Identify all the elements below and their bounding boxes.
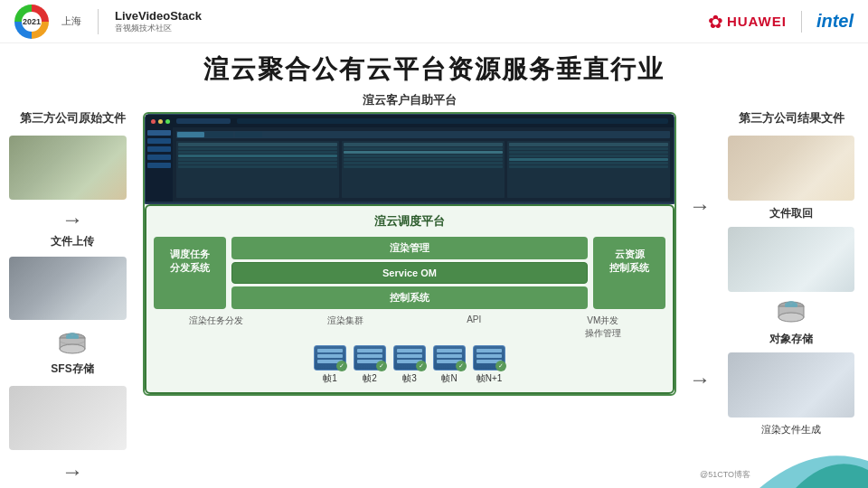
dash-sidebar-item-2	[147, 138, 171, 144]
frame-shield-N1: ✓	[495, 361, 506, 371]
huawei-text: HUAWEI	[727, 14, 787, 29]
orch-inner: 调度任务 分发系统 渲染管理 Service OM 控制系统 云资源 控制系统 …	[154, 237, 665, 385]
dash-tables	[176, 141, 670, 198]
dashboard-body	[146, 127, 674, 202]
dash-table-1	[176, 141, 339, 198]
header-right-divider	[801, 11, 802, 33]
left-image-2	[9, 257, 127, 321]
dash-dot-green	[165, 119, 170, 124]
orch-title: 渲云调度平台	[154, 213, 665, 230]
svg-point-9	[778, 313, 804, 322]
arrow-right-3-icon: →	[689, 193, 711, 219]
frame-bar-2b	[357, 354, 382, 358]
right-arrow-col: → →	[684, 92, 716, 484]
frame-shield-3: ✓	[416, 361, 427, 371]
svg-point-2	[60, 344, 85, 353]
dash-table-3	[507, 141, 670, 198]
dash-content-bar	[237, 118, 668, 124]
left-image-1	[9, 136, 127, 200]
frame-bar-1b	[317, 354, 343, 358]
right-column: 第三方公司结果文件 文件取回 对象存储 渲染文件生成	[723, 92, 859, 484]
frame-item-1: ✓ 帧1	[314, 345, 346, 385]
dispatch-sys-block: 调度任务 分发系统	[154, 237, 226, 309]
right-image-3	[728, 352, 854, 418]
dash-t2-header	[344, 143, 503, 146]
upload-label: 文件上传	[9, 234, 136, 249]
dash-t2-r3	[344, 155, 503, 157]
api-label: API	[411, 314, 537, 340]
arrow-right-2-area: →	[9, 459, 136, 484]
dash-main	[173, 127, 674, 202]
dash-t2-r2	[344, 151, 503, 154]
dash-row-4	[178, 158, 337, 161]
frame-bar-Na	[437, 349, 462, 352]
frame-item-N: ✓ 帧N	[433, 345, 466, 385]
header-left: 2021 上海 LiveVideoStack 音视频技术社区	[14, 5, 202, 39]
vm-ops-label: VM并发 操作管理	[541, 314, 666, 340]
task-dispatch-label: 渲染任务分发	[154, 314, 279, 340]
dash-row-5	[178, 162, 337, 164]
frame-icon-N1: ✓	[473, 345, 505, 371]
intel-logo: intel	[816, 11, 854, 32]
dash-row-header	[178, 143, 337, 146]
center-panel: 渲云客户自助平台	[143, 92, 676, 484]
svg-rect-13	[785, 305, 797, 307]
dash-t2-r5	[344, 162, 503, 164]
logo-year: 2021	[22, 12, 42, 32]
dash-tab-3	[235, 132, 262, 137]
dash-row-6	[178, 165, 337, 168]
frame-item-3: ✓ 帧3	[393, 345, 426, 385]
file-retrieval-label: 文件取回	[769, 206, 813, 221]
watermark: @51CTO博客	[700, 469, 750, 481]
huawei-logo: ✿ HUAWEI	[708, 11, 787, 33]
frame-shield-2: ✓	[376, 361, 387, 371]
dash-t3-r2	[509, 151, 668, 154]
right-image-2	[728, 227, 854, 292]
cloud-resource-block: 云资源 控制系统	[593, 237, 665, 309]
arrow-right-2-icon: →	[9, 459, 136, 484]
arrow-right-1-icon: →	[9, 207, 136, 232]
dash-dot-yellow	[158, 119, 163, 124]
brand-block: LiveVideoStack 音视频技术社区	[115, 9, 202, 34]
frame-bar-Nb	[437, 354, 462, 358]
dash-nav-bar	[176, 118, 231, 124]
frame-bar-1a	[317, 349, 343, 352]
dash-table-2	[342, 141, 505, 198]
object-storage-area: 对象存储	[769, 297, 813, 347]
dash-row-2	[178, 151, 337, 154]
arrow-right-4-icon: →	[689, 367, 711, 392]
frame-label-N1: 帧N+1	[476, 372, 503, 385]
frame-icon-3: ✓	[393, 345, 426, 371]
dash-t3-r4	[509, 158, 668, 161]
sfs-storage-label: SFS存储	[51, 361, 93, 377]
dash-t3-r1	[509, 147, 668, 150]
dash-sidebar	[146, 127, 173, 202]
frame-label-2: 帧2	[363, 372, 377, 385]
logo-2021: 2021	[14, 5, 49, 39]
brand-name: LiveVideoStack	[115, 9, 202, 23]
dash-dot-red	[151, 119, 156, 124]
frame-icon-N: ✓	[433, 345, 466, 371]
left-section-label: 第三方公司原始文件	[9, 110, 136, 127]
left-image-3	[9, 386, 127, 450]
frame-label-N: 帧N	[441, 372, 457, 385]
city-label: 上海	[61, 15, 81, 26]
storage-area: SFS存储	[9, 329, 136, 377]
orch-row-1: 调度任务 分发系统 渲染管理 Service OM 控制系统 云资源 控制系统	[154, 237, 665, 309]
huawei-flower-icon: ✿	[708, 11, 723, 33]
bottom-decoration	[760, 443, 868, 488]
dash-sidebar-item-1	[147, 130, 171, 136]
frame-label-3: 帧3	[402, 372, 417, 385]
brand-sub: 音视频技术社区	[115, 23, 202, 34]
object-storage-label: 对象存储	[769, 332, 813, 347]
dash-sidebar-item-5	[147, 163, 171, 168]
control-sys-block: 控制系统	[231, 286, 588, 309]
header-divider	[98, 9, 99, 34]
upload-label-area: → 文件上传	[9, 207, 136, 249]
orch-row-2: 渲染任务分发 渲染集群 API VM并发 操作管理	[154, 314, 665, 340]
header: 2021 上海 LiveVideoStack 音视频技术社区 ✿ HUAWEI …	[0, 0, 868, 43]
dash-sidebar-item-4	[147, 155, 171, 160]
dashboard-topbar	[146, 115, 674, 127]
dash-t3-header	[509, 143, 668, 146]
frame-bar-N1b	[476, 354, 502, 358]
